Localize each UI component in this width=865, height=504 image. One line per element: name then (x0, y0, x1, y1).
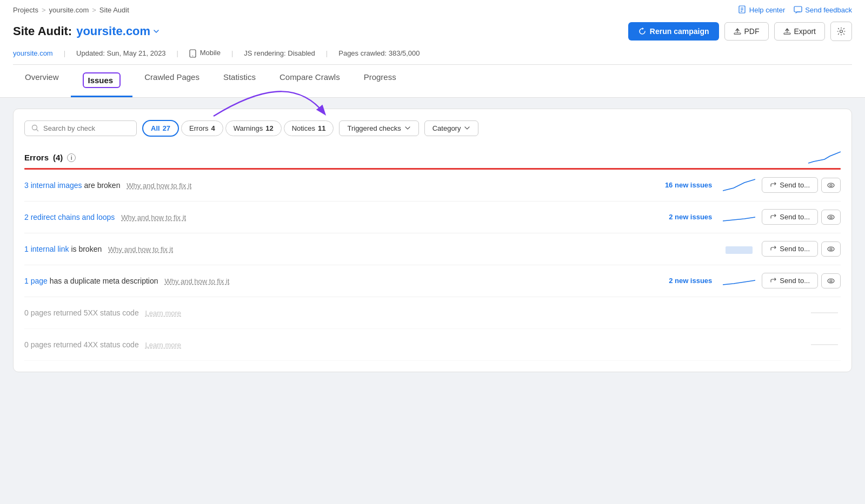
errors-title: Errors (4) i (24, 153, 76, 162)
filter-all[interactable]: All 27 (142, 120, 179, 137)
fix-link-1[interactable]: Why and how to fix it (127, 182, 191, 190)
svg-rect-6 (784, 33, 790, 35)
info-icon[interactable]: i (67, 153, 76, 162)
row-actions-1: Send to... (762, 177, 841, 193)
eye-button-1[interactable] (821, 178, 841, 193)
eye-button-3[interactable] (821, 241, 841, 257)
dimmed-text-1: 0 pages returned 5XX status code Learn m… (24, 308, 802, 317)
breadcrumb-site[interactable]: yoursite.com (49, 6, 89, 14)
issue-link-1[interactable]: 3 internal images (24, 181, 82, 190)
notices-label: Notices (292, 124, 315, 132)
row-actions-4: Send to... (762, 273, 841, 288)
eye-icon-2 (827, 213, 835, 221)
fix-link-4[interactable]: Why and how to fix it (164, 277, 229, 285)
eye-button-4[interactable] (821, 273, 841, 288)
svg-rect-4 (794, 6, 802, 12)
gear-icon (836, 26, 846, 36)
issue-link-2[interactable]: 2 redirect chains and loops (24, 213, 115, 221)
share-icon-1 (770, 182, 777, 189)
issue-row-3: 1 internal link is broken Why and how to… (24, 233, 841, 265)
learn-more-1[interactable]: Learn more (145, 309, 181, 317)
pdf-button[interactable]: PDF (724, 22, 769, 41)
fix-link-2[interactable]: Why and how to fix it (121, 213, 186, 221)
filters-row: All 27 Errors 4 Warnings 12 Notices 11 (24, 120, 841, 137)
site-name-dropdown[interactable]: yoursite.com (76, 24, 160, 38)
search-wrap[interactable] (24, 120, 137, 136)
send-to-button-3[interactable]: Send to... (762, 241, 818, 257)
warnings-count: 12 (265, 124, 273, 132)
eye-button-2[interactable] (821, 210, 841, 225)
send-feedback-link[interactable]: Send feedback (794, 5, 852, 14)
share-icon-4 (770, 277, 777, 284)
upload-icon (734, 28, 741, 35)
filter-errors[interactable]: Errors 4 (181, 120, 223, 136)
errors-count-text: (4) (53, 153, 63, 162)
tab-compare-crawls[interactable]: Compare Crawls (268, 65, 352, 97)
errors-title-text: Errors (24, 153, 49, 162)
filter-warnings[interactable]: Warnings 12 (225, 120, 282, 136)
breadcrumb-projects[interactable]: Projects (13, 6, 38, 14)
export-label: Export (794, 27, 816, 36)
breadcrumb-current: Site Audit (99, 6, 129, 14)
send-to-button-1[interactable]: Send to... (762, 177, 818, 193)
title-actions: Rerun campaign PDF Export (628, 22, 852, 41)
sparkline-dimmed-2 (808, 337, 841, 353)
svg-point-17 (828, 247, 834, 251)
send-feedback-label: Send feedback (805, 6, 852, 14)
issue-row-4: 1 page has a duplicate meta description … (24, 265, 841, 297)
filter-tabs: All 27 Errors 4 Warnings 12 Notices 11 (142, 120, 334, 137)
send-to-button-2[interactable]: Send to... (762, 209, 818, 225)
send-to-label-3: Send to... (780, 245, 810, 253)
send-to-button-4[interactable]: Send to... (762, 273, 818, 288)
settings-button[interactable] (830, 22, 852, 41)
search-icon (31, 124, 39, 132)
triggered-checks-dropdown[interactable]: Triggered checks (339, 120, 418, 136)
export-icon (783, 28, 791, 35)
all-label: All (151, 124, 160, 132)
svg-rect-5 (734, 33, 741, 35)
dimmed-text-2: 0 pages returned 4XX status code Learn m… (24, 340, 802, 349)
site-name-text: yoursite.com (76, 24, 150, 38)
svg-point-15 (830, 216, 832, 218)
breadcrumb-sep-1: > (42, 6, 46, 14)
svg-point-14 (828, 215, 834, 219)
learn-more-2[interactable]: Learn more (145, 341, 181, 349)
svg-point-19 (828, 279, 834, 283)
issue-text-3: 1 internal link is broken Why and how to… (24, 245, 706, 253)
rerun-campaign-button[interactable]: Rerun campaign (628, 22, 719, 41)
tab-progress[interactable]: Progress (352, 65, 408, 97)
book-icon (738, 5, 747, 14)
tab-statistics[interactable]: Statistics (211, 65, 268, 97)
svg-rect-16 (726, 246, 753, 254)
filter-notices[interactable]: Notices 11 (284, 120, 334, 136)
tab-overview[interactable]: Overview (13, 65, 71, 97)
send-to-label-4: Send to... (780, 277, 810, 285)
help-center-label: Help center (749, 6, 785, 14)
breadcrumb-row: Projects > yoursite.com > Site Audit Hel… (13, 0, 852, 17)
issue-text-1: 3 internal images are broken Why and how… (24, 181, 658, 190)
row-actions-2: Send to... (762, 209, 841, 225)
issue-link-4[interactable]: 1 page (24, 277, 48, 285)
issues-tab-box: Issues (83, 72, 121, 88)
tab-crawled-pages[interactable]: Crawled Pages (132, 65, 211, 97)
svg-point-18 (830, 248, 832, 250)
new-issues-1: 16 new issues (665, 181, 712, 189)
meta-updated: Updated: Sun, May 21, 2023 (76, 49, 166, 57)
breadcrumb-sep-2: > (92, 6, 96, 14)
chevron-down-icon (152, 28, 160, 35)
pdf-label: PDF (744, 27, 760, 36)
help-center-link[interactable]: Help center (738, 5, 785, 14)
errors-label: Errors (189, 124, 208, 132)
breadcrumb: Projects > yoursite.com > Site Audit (13, 6, 129, 14)
tab-issues[interactable]: Issues (71, 65, 133, 97)
top-bar: Projects > yoursite.com > Site Audit Hel… (0, 0, 865, 98)
search-input[interactable] (43, 124, 130, 132)
fix-link-3[interactable]: Why and how to fix it (108, 245, 173, 253)
issue-link-3[interactable]: 1 internal link (24, 245, 69, 253)
issue-row-1: 3 internal images are broken Why and how… (24, 170, 841, 201)
chevron-down-icon-2 (404, 125, 411, 131)
export-button[interactable]: Export (774, 22, 825, 41)
dimmed-row-1: 0 pages returned 5XX status code Learn m… (24, 297, 841, 329)
eye-icon-4 (827, 277, 835, 285)
category-dropdown[interactable]: Category (424, 120, 479, 136)
